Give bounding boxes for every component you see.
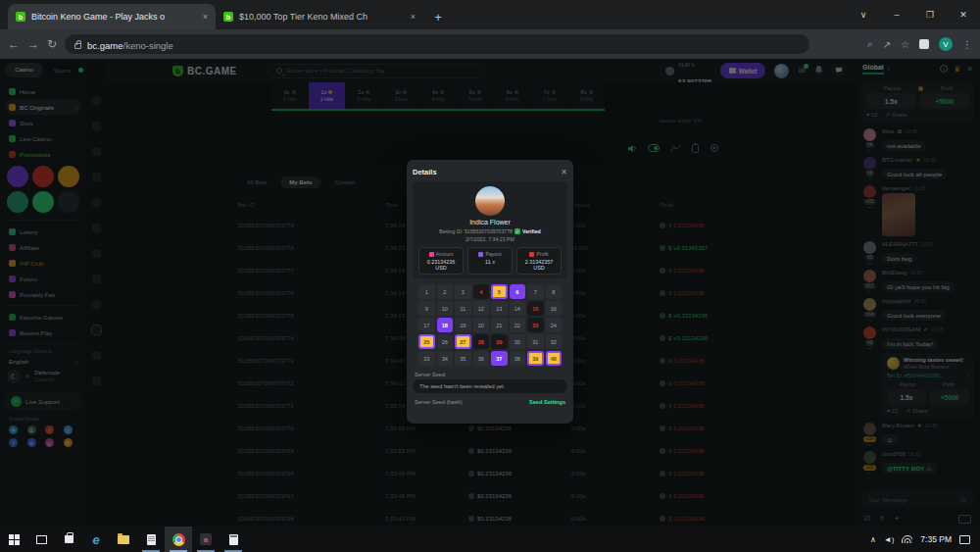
screen: bBitcoin Keno Game - Play Jacks o×b$10,0… [0,0,980,552]
stat-value: 2.31342357 USD [519,259,559,271]
notepad-icon[interactable] [137,527,165,552]
keno-cell[interactable]: 36 [473,351,490,366]
bookmark-star-icon[interactable]: ☆ [901,39,909,50]
media-app-icon[interactable]: a [192,527,220,552]
keno-cell[interactable]: 40 [546,351,563,366]
url-host: bc.game [87,40,122,51]
keno-cell[interactable]: 4 [473,284,490,299]
keno-cell[interactable]: 7 [527,284,544,299]
seed-settings-link[interactable]: Seed Settings [529,399,565,405]
url-path: /keno-single [123,40,173,51]
new-tab-button[interactable]: + [427,6,449,27]
task-view-button[interactable] [27,527,55,552]
stat-icon [429,252,434,257]
window-minimize-button[interactable]: – [880,0,913,29]
verified-shield-icon: ✓ [514,228,520,234]
edge-icon[interactable]: e [82,527,110,552]
keno-cell[interactable]: 8 [546,284,563,299]
keno-cell[interactable]: 13 [491,301,508,316]
page: Casino Sports HomeBC Originals›SlotsLive… [0,59,980,527]
system-tray: ∧ ◄) 7:35 PM [870,527,980,552]
kebab-menu-icon[interactable]: ⋮ [962,39,972,50]
action-center-icon[interactable] [959,535,970,544]
keno-cell[interactable]: 12 [473,301,490,316]
keno-cell[interactable]: 33 [418,351,435,366]
keno-cell[interactable]: 37 [491,351,508,366]
keno-cell[interactable]: 22 [510,318,526,332]
keno-cell[interactable]: 35 [455,351,471,366]
browser-tab[interactable]: b$10,000 Top Tier Keno Mixed Ch× [216,4,423,29]
network-icon[interactable] [902,535,912,543]
stat-value: 0.23134236 USD [421,259,461,271]
tab-favicon: b [16,12,25,22]
keno-cell[interactable]: 27 [455,334,471,349]
start-button[interactable] [0,527,27,552]
keno-cell[interactable]: 30 [510,334,526,349]
server-seed-label: Server Seed [415,372,565,377]
verified-label: Verified [522,228,541,234]
keno-cell[interactable]: 2 [437,284,454,299]
browser-tab[interactable]: bBitcoin Keno Game - Play Jacks o× [8,4,216,29]
keno-cell[interactable]: 16 [546,301,563,316]
keno-cell[interactable]: 1 [418,284,435,299]
keno-cell[interactable]: 9 [418,301,435,316]
keno-cell[interactable]: 11 [455,301,471,316]
keno-cell[interactable]: 5 [491,284,508,299]
bet-stats: Amount0.23134236 USDPayout11 xProfit2.31… [418,247,562,275]
keno-cell[interactable]: 31 [527,334,544,349]
zoom-icon[interactable]: ⌕ [867,38,873,50]
back-icon[interactable]: ← [8,37,20,51]
calculator-icon[interactable] [220,527,247,552]
stat-payout: Payout11 x [467,247,513,275]
keno-cell[interactable]: 29 [491,334,508,349]
keno-cell[interactable]: 38 [510,351,526,366]
betting-id: Betting ID: 51055307039703778 [439,228,513,234]
player-avatar [475,186,505,216]
modal-close-icon[interactable]: ✕ [561,168,567,176]
address-bar[interactable]: bc.game/keno-single [65,34,809,54]
clock[interactable]: 7:35 PM [920,534,952,544]
modal-title: Details [413,168,437,176]
keno-cell[interactable]: 34 [437,351,454,366]
keno-cell[interactable]: 15 [527,301,544,316]
toolbar-right: ⌕ ↗ ☆ V ⋮ [867,37,972,51]
forward-icon[interactable]: → [27,37,39,51]
store-icon[interactable] [55,527,82,552]
keno-cell[interactable]: 17 [418,318,435,332]
player-name: Indica Flower [418,219,562,226]
chrome-icon[interactable] [165,527,192,552]
tabs-wrap: bBitcoin Keno Game - Play Jacks o×b$10,0… [0,0,423,29]
keno-cell[interactable]: 20 [473,318,490,332]
window-controls: ∨ – ❐ ✕ [847,0,980,29]
keno-cell[interactable]: 19 [455,318,471,332]
tab-close-icon[interactable]: × [203,12,208,22]
window-dropdown-icon[interactable]: ∨ [847,0,880,29]
tab-close-icon[interactable]: × [411,12,416,22]
extensions-icon[interactable] [919,39,929,49]
window-close-button[interactable]: ✕ [947,0,980,29]
keno-cell[interactable]: 28 [473,334,490,349]
keno-cell[interactable]: 39 [527,351,544,366]
window-maximize-button[interactable]: ❐ [913,0,947,29]
tray-chevron-icon[interactable]: ∧ [870,535,876,544]
keno-cell[interactable]: 3 [455,284,471,299]
keno-cell[interactable]: 21 [491,318,508,332]
keno-cell[interactable]: 26 [437,334,454,349]
server-seed-value: The seed hasn't been revealed yet. [413,379,567,393]
keno-cell[interactable]: 23 [527,318,544,332]
file-explorer-icon[interactable] [110,527,137,552]
tab-title: Bitcoin Keno Game - Play Jacks o [31,12,197,22]
keno-cell[interactable]: 25 [418,334,435,349]
keno-cell[interactable]: 10 [437,301,454,316]
browser-tab-strip: bBitcoin Keno Game - Play Jacks o×b$10,0… [0,0,980,29]
keno-cell[interactable]: 6 [510,284,526,299]
share-icon[interactable]: ↗ [883,39,891,50]
reload-icon[interactable]: ↻ [47,37,57,51]
keno-cell[interactable]: 32 [546,334,563,349]
volume-icon[interactable]: ◄) [884,535,895,544]
keno-cell[interactable]: 14 [510,301,526,316]
stat-icon [529,252,534,257]
browser-profile-avatar[interactable]: V [939,37,953,51]
keno-cell[interactable]: 24 [546,318,563,332]
keno-cell[interactable]: 18 [437,318,454,332]
